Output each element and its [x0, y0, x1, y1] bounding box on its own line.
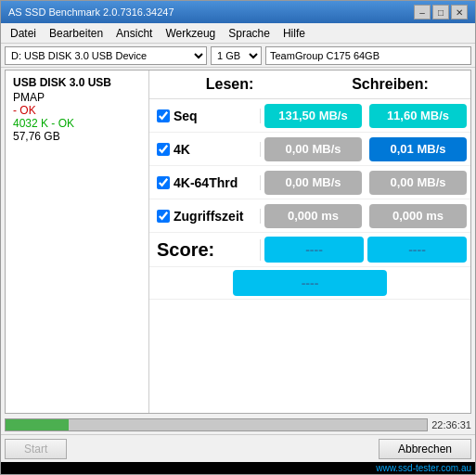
menu-datei[interactable]: Datei [5, 26, 42, 41]
seq-checkbox[interactable] [157, 109, 170, 122]
4k-checkbox[interactable] [157, 143, 170, 156]
cancel-button[interactable]: Abbrechen [379, 439, 471, 459]
close-button[interactable]: ✕ [451, 5, 468, 19]
footer-buttons: Start Abbrechen [1, 434, 475, 462]
4k64thrd-label: 4K-64Thrd [149, 175, 261, 190]
progress-area: 22:36:31 [1, 416, 475, 434]
seq-write-val: 11,60 MB/s [366, 99, 470, 132]
4k64thrd-label-text: 4K-64Thrd [174, 175, 238, 190]
4k-write-inner: 0,01 MB/s [369, 137, 467, 161]
zugriffszeit-write-val: 0,000 ms [366, 199, 470, 232]
ok2-label: 4032 K - OK [13, 117, 141, 130]
window-controls: – □ ✕ [414, 5, 468, 19]
4k-label-text: 4K [174, 142, 190, 157]
drive-name-input[interactable] [265, 46, 471, 65]
main-window: AS SSD Benchmark 2.0.7316.34247 – □ ✕ Da… [0, 0, 476, 475]
size-label: 57,76 GB [13, 130, 141, 143]
4k-label: 4K [149, 142, 261, 157]
score-bottom: ---- [149, 267, 470, 300]
menu-bearbeiten[interactable]: Bearbeiten [44, 26, 109, 41]
ok1-label: - OK [13, 104, 141, 117]
start-button[interactable]: Start [5, 439, 67, 459]
4k-write-val: 0,01 MB/s [366, 133, 470, 165]
seq-write-inner: 11,60 MB/s [369, 104, 467, 128]
score-vals: ---- ---- [261, 237, 470, 263]
4k64thrd-write-inner: 0,00 MB/s [369, 171, 467, 195]
read-header: Lesen: [149, 71, 310, 98]
score-row: Score: ---- ---- [149, 233, 470, 267]
4k64thrd-row: 4K-64Thrd 0,00 MB/s 0,00 MB/s [149, 166, 470, 199]
seq-row: Seq 131,50 MB/s 11,60 MB/s [149, 99, 470, 133]
zugriffszeit-read-val: 0,000 ms [261, 199, 366, 232]
seq-label-text: Seq [174, 109, 198, 123]
4k-read-val: 0,00 MB/s [261, 133, 366, 165]
menu-hilfe[interactable]: Hilfe [277, 26, 311, 41]
main-content: USB DISK 3.0 USB PMAP - OK 4032 K - OK 5… [5, 70, 471, 414]
4k64thrd-checkbox[interactable] [157, 176, 170, 189]
menu-bar: Datei Bearbeiten Ansicht Werkzeug Sprach… [1, 23, 475, 44]
seq-label: Seq [149, 109, 261, 123]
zugriffszeit-label-text: Zugriffszeit [174, 209, 243, 224]
menu-ansicht[interactable]: Ansicht [110, 26, 158, 41]
window-title: AS SSD Benchmark 2.0.7316.34247 [8, 6, 174, 18]
time-label: 22:36:31 [431, 419, 471, 430]
pmap-label: PMAP [13, 91, 141, 104]
4k-row: 4K 0,00 MB/s 0,01 MB/s [149, 133, 470, 166]
4k64thrd-read-inner: 0,00 MB/s [264, 171, 362, 195]
menu-sprache[interactable]: Sprache [223, 26, 276, 41]
menu-werkzeug[interactable]: Werkzeug [160, 26, 221, 41]
seq-read-inner: 131,50 MB/s [264, 104, 362, 128]
toolbar: D: USB DISK 3.0 USB Device 1 GB [1, 44, 475, 68]
score-read-val: ---- [264, 237, 364, 263]
zugriffszeit-checkbox[interactable] [157, 210, 170, 223]
4k64thrd-write-val: 0,00 MB/s [366, 166, 470, 199]
zugriffszeit-label: Zugriffszeit [149, 209, 261, 224]
left-panel: USB DISK 3.0 USB PMAP - OK 4032 K - OK 5… [6, 71, 149, 413]
zugriffszeit-write-inner: 0,000 ms [369, 204, 467, 228]
right-panel: Lesen: Schreiben: Seq 131,50 MB/s 11,60 … [149, 71, 470, 413]
score-write-val: ---- [367, 237, 467, 263]
size-select[interactable]: 1 GB [211, 46, 262, 65]
title-bar: AS SSD Benchmark 2.0.7316.34247 – □ ✕ [1, 1, 475, 23]
zugriffszeit-row: Zugriffszeit 0,000 ms 0,000 ms [149, 199, 470, 233]
watermark: www.ssd-tester.com.au [1, 462, 475, 474]
4k-read-inner: 0,00 MB/s [264, 137, 362, 161]
progress-bar-container [5, 418, 428, 431]
seq-read-val: 131,50 MB/s [261, 99, 366, 132]
write-header: Schreiben: [310, 71, 470, 98]
device-select[interactable]: D: USB DISK 3.0 USB Device [5, 46, 207, 65]
score-label: Score: [149, 239, 261, 261]
device-name: USB DISK 3.0 USB [13, 76, 141, 89]
4k64thrd-read-val: 0,00 MB/s [261, 166, 366, 199]
progress-bar-fill [6, 419, 69, 430]
score-total-val: ---- [233, 270, 387, 296]
zugriffszeit-read-inner: 0,000 ms [264, 204, 362, 228]
bench-headers: Lesen: Schreiben: [149, 71, 470, 99]
restore-button[interactable]: □ [432, 5, 449, 19]
minimize-button[interactable]: – [414, 5, 431, 19]
